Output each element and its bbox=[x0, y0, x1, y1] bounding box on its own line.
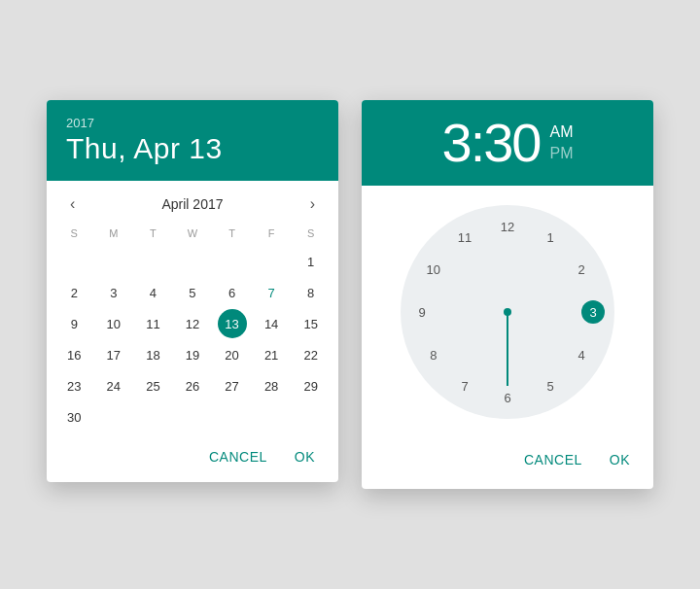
clock-number-8[interactable]: 8 bbox=[422, 343, 445, 366]
clock-number-3[interactable]: 3 bbox=[581, 300, 605, 324]
clock-number-11[interactable]: 11 bbox=[453, 226, 476, 250]
cal-day[interactable]: 12 bbox=[178, 309, 207, 338]
ampm-col: AM PM bbox=[550, 123, 574, 162]
cal-day[interactable]: 2 bbox=[59, 278, 88, 307]
cal-day[interactable]: 10 bbox=[99, 309, 128, 338]
cal-day[interactable]: 27 bbox=[218, 371, 247, 400]
calendar-header: 2017 Thu, Apr 13 bbox=[47, 100, 338, 181]
calendar-ok-button[interactable]: OK bbox=[287, 443, 323, 470]
cal-day[interactable]: 4 bbox=[138, 278, 167, 307]
time-dialog: 3:30 AM PM 121234567891011 CANCEL OK bbox=[362, 100, 653, 489]
calendar-actions: CANCEL OK bbox=[47, 432, 338, 482]
time-display: 3:30 bbox=[441, 116, 540, 170]
clock-number-10[interactable]: 10 bbox=[422, 258, 445, 281]
cal-day[interactable]: 15 bbox=[297, 309, 326, 338]
calendar-year: 2017 bbox=[66, 116, 319, 130]
cal-day[interactable]: 22 bbox=[297, 340, 326, 369]
clock-number-9[interactable]: 9 bbox=[410, 300, 434, 324]
clock-number-12[interactable]: 12 bbox=[496, 215, 519, 238]
clock-number-7[interactable]: 7 bbox=[453, 374, 476, 398]
cal-day[interactable]: 28 bbox=[257, 371, 286, 400]
cal-day[interactable]: 24 bbox=[99, 371, 128, 400]
calendar-dialog: 2017 Thu, Apr 13 ‹ April 2017 › S M T W … bbox=[47, 100, 338, 482]
cal-day[interactable]: 17 bbox=[99, 340, 128, 369]
calendar-date: Thu, Apr 13 bbox=[66, 132, 319, 165]
cal-day[interactable]: 16 bbox=[59, 340, 88, 369]
time-colon: : bbox=[471, 112, 484, 173]
clock-number-5[interactable]: 5 bbox=[539, 374, 562, 398]
day-header-S1: S bbox=[54, 224, 94, 243]
cal-day[interactable]: 18 bbox=[138, 340, 167, 369]
clock-number-1[interactable]: 1 bbox=[539, 226, 562, 250]
clock-number-6[interactable]: 6 bbox=[496, 386, 519, 409]
cal-day[interactable]: 6 bbox=[218, 278, 247, 307]
cal-day[interactable]: 19 bbox=[178, 340, 207, 369]
cal-day[interactable]: 5 bbox=[178, 278, 207, 307]
clock-hand bbox=[507, 312, 508, 386]
cal-day[interactable]: 9 bbox=[59, 309, 88, 338]
time-hour[interactable]: 3 bbox=[441, 112, 470, 173]
day-header-W: W bbox=[173, 224, 213, 243]
month-label: April 2017 bbox=[161, 196, 223, 212]
day-header-F: F bbox=[252, 224, 292, 243]
cal-day[interactable]: 20 bbox=[218, 340, 247, 369]
prev-month-button[interactable]: ‹ bbox=[62, 192, 83, 216]
cal-day[interactable]: 21 bbox=[257, 340, 286, 369]
time-minute[interactable]: 30 bbox=[483, 112, 540, 173]
time-cancel-button[interactable]: CANCEL bbox=[516, 446, 590, 473]
clock-face[interactable]: 121234567891011 bbox=[401, 205, 614, 419]
clock-number-4[interactable]: 4 bbox=[570, 343, 593, 366]
time-actions: CANCEL OK bbox=[362, 438, 653, 489]
dialogs-container: 2017 Thu, Apr 13 ‹ April 2017 › S M T W … bbox=[8, 61, 692, 528]
am-button[interactable]: AM bbox=[550, 123, 574, 141]
cal-day[interactable]: 14 bbox=[257, 309, 286, 338]
calendar-cancel-button[interactable]: CANCEL bbox=[201, 443, 275, 470]
day-header-T1: T bbox=[133, 224, 173, 243]
cal-day[interactable]: 8 bbox=[297, 278, 326, 307]
day-header-M: M bbox=[94, 224, 134, 243]
day-header-T2: T bbox=[212, 224, 252, 243]
cal-day[interactable]: 25 bbox=[138, 371, 167, 400]
clock-number-2[interactable]: 2 bbox=[570, 258, 593, 281]
cal-day[interactable]: 3 bbox=[99, 278, 128, 307]
calendar-grid: 1234567891011121314151617181920212223242… bbox=[54, 247, 331, 432]
clock-container: 121234567891011 bbox=[362, 186, 653, 438]
time-ok-button[interactable]: OK bbox=[602, 446, 638, 473]
calendar-nav: ‹ April 2017 › bbox=[54, 181, 331, 224]
cal-day[interactable]: 11 bbox=[138, 309, 167, 338]
cal-day[interactable]: 26 bbox=[178, 371, 207, 400]
cal-day[interactable]: 29 bbox=[297, 371, 326, 400]
cal-day[interactable]: 13 bbox=[218, 309, 247, 338]
cal-day[interactable]: 7 bbox=[257, 278, 286, 307]
cal-day[interactable]: 23 bbox=[59, 371, 88, 400]
pm-button[interactable]: PM bbox=[550, 145, 574, 162]
calendar-body: ‹ April 2017 › S M T W T F S 12345678910… bbox=[47, 181, 338, 432]
time-header: 3:30 AM PM bbox=[362, 100, 653, 186]
next-month-button[interactable]: › bbox=[302, 192, 323, 216]
cal-day[interactable]: 30 bbox=[59, 402, 88, 432]
cal-day[interactable]: 1 bbox=[297, 247, 326, 276]
day-headers: S M T W T F S bbox=[54, 224, 331, 243]
day-header-S2: S bbox=[291, 224, 331, 243]
